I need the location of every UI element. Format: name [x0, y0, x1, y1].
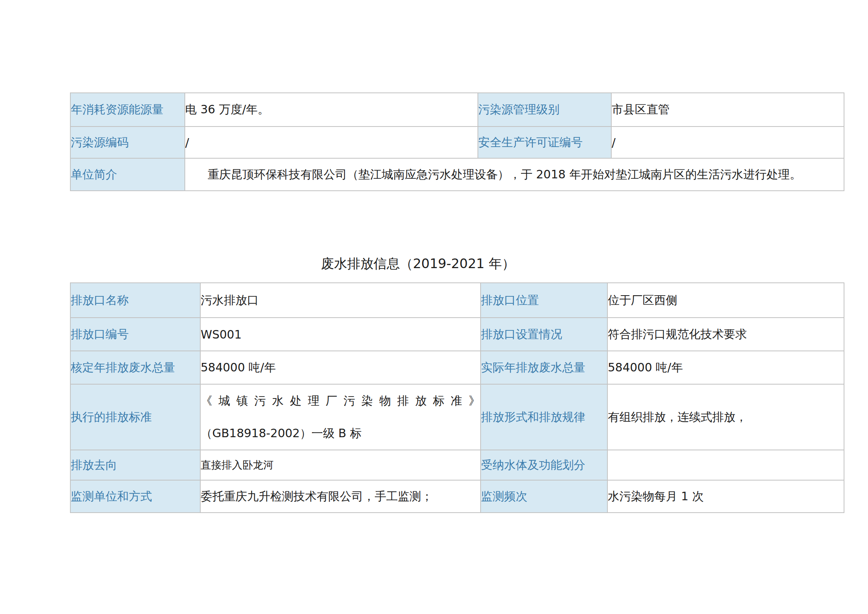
value-actual-annual-wastewater: 584000 吨/年 — [607, 351, 844, 384]
value-outlet-setup-status: 符合排污口规范化技术要求 — [607, 318, 844, 351]
label-monitoring-unit-method: 监测单位和方式 — [70, 480, 200, 513]
wastewater-discharge-table: 排放口名称 污水排放口 排放口位置 位于厂区西侧 排放口编号 WS001 排放口… — [70, 282, 844, 513]
label-actual-annual-wastewater: 实际年排放废水总量 — [481, 351, 607, 384]
value-discharge-mode-pattern: 有组织排放，连续式排放， — [607, 384, 844, 450]
value-discharge-destination: 直接排入卧龙河 — [200, 450, 481, 480]
value-receiving-water-body — [607, 450, 844, 480]
value-outlet-name: 污水排放口 — [200, 283, 481, 318]
label-outlet-setup-status: 排放口设置情况 — [481, 318, 607, 351]
label-outlet-location: 排放口位置 — [481, 283, 607, 318]
table-row: 执行的排放标准 《城镇污水处理厂污染物排放标准》 （GB18918-2002）一… — [70, 384, 844, 450]
table-row: 单位简介 重庆昆顶环保科技有限公司（垫江城南应急污水处理设备），于 2018 年… — [70, 158, 844, 191]
label-outlet-name: 排放口名称 — [70, 283, 200, 318]
section-title: 废水排放信息（2019-2021 年） — [0, 253, 836, 274]
value-annual-resource-energy: 电 36 万度/年。 — [185, 93, 478, 127]
value-outlet-location: 位于厂区西侧 — [607, 283, 844, 318]
value-company-profile: 重庆昆顶环保科技有限公司（垫江城南应急污水处理设备），于 2018 年开始对垫江… — [185, 158, 844, 191]
value-pollution-source-code: / — [185, 127, 478, 158]
table-row: 排放口编号 WS001 排放口设置情况 符合排污口规范化技术要求 — [70, 318, 844, 351]
value-discharge-standard: 《城镇污水处理厂污染物排放标准》 （GB18918-2002）一级 B 标 — [200, 384, 481, 450]
label-receiving-water-body: 受纳水体及功能划分 — [481, 450, 607, 480]
label-pollution-source-mgmt-level: 污染源管理级别 — [478, 93, 611, 127]
label-safety-production-license-no: 安全生产许可证编号 — [478, 127, 611, 158]
table-row: 监测单位和方式 委托重庆九升检测技术有限公司，手工监测； 监测频次 水污染物每月… — [70, 480, 844, 513]
label-discharge-destination: 排放去向 — [70, 450, 200, 480]
table-row: 排放去向 直接排入卧龙河 受纳水体及功能划分 — [70, 450, 844, 480]
value-discharge-standard-line1: 《城镇污水处理厂污染物排放标准》 — [201, 385, 480, 417]
label-pollution-source-code: 污染源编码 — [70, 127, 185, 158]
table-row: 排放口名称 污水排放口 排放口位置 位于厂区西侧 — [70, 283, 844, 318]
value-pollution-source-mgmt-level: 市县区直管 — [611, 93, 844, 127]
value-monitoring-frequency: 水污染物每月 1 次 — [607, 480, 844, 513]
value-discharge-standard-line2: （GB18918-2002）一级 B 标 — [201, 417, 480, 450]
value-safety-production-license-no: / — [611, 127, 844, 158]
label-company-profile: 单位简介 — [70, 158, 185, 191]
value-approved-annual-wastewater: 584000 吨/年 — [200, 351, 481, 384]
label-monitoring-frequency: 监测频次 — [481, 480, 607, 513]
table-row: 污染源编码 / 安全生产许可证编号 / — [70, 127, 844, 158]
label-annual-resource-energy: 年消耗资源能源量 — [70, 93, 185, 127]
label-approved-annual-wastewater: 核定年排放废水总量 — [70, 351, 200, 384]
label-discharge-standard: 执行的排放标准 — [70, 384, 200, 450]
value-monitoring-unit-method: 委托重庆九升检测技术有限公司，手工监测； — [200, 480, 481, 513]
label-outlet-number: 排放口编号 — [70, 318, 200, 351]
table-row: 年消耗资源能源量 电 36 万度/年。 污染源管理级别 市县区直管 — [70, 93, 844, 127]
facility-info-table: 年消耗资源能源量 电 36 万度/年。 污染源管理级别 市县区直管 污染源编码 … — [70, 92, 844, 191]
table-row: 核定年排放废水总量 584000 吨/年 实际年排放废水总量 584000 吨/… — [70, 351, 844, 384]
value-outlet-number: WS001 — [200, 318, 481, 351]
label-discharge-mode-pattern: 排放形式和排放规律 — [481, 384, 607, 450]
